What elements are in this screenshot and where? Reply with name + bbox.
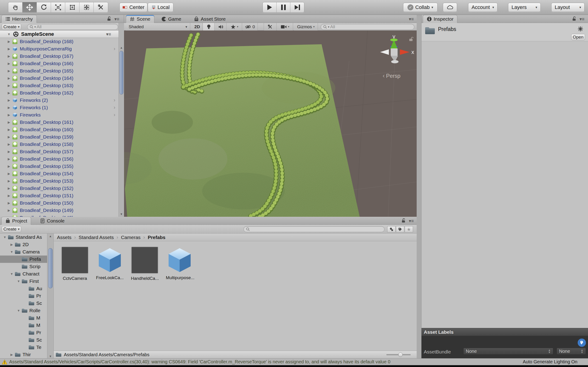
hierarchy-item[interactable]: ▶ Broadleaf_Desktop (162) › bbox=[0, 89, 119, 97]
expander-icon[interactable]: ▶ bbox=[7, 120, 11, 124]
tab-scene[interactable]: Scene bbox=[126, 15, 154, 23]
folder-row[interactable]: ▼ First bbox=[0, 277, 47, 285]
slider-thumb[interactable] bbox=[398, 352, 403, 357]
custom-tool-button[interactable] bbox=[94, 2, 108, 12]
scene-search-input[interactable]: ▾ All bbox=[321, 24, 414, 30]
hierarchy-item[interactable]: ▶ Broadleaf_Desktop (163) › bbox=[0, 82, 119, 89]
tab-hierarchy[interactable]: Hierarchy bbox=[1, 15, 37, 23]
hierarchy-item[interactable]: ▶ Broadleaf_Desktop (148) › bbox=[0, 214, 119, 217]
expander-icon[interactable]: ▶ bbox=[7, 179, 11, 183]
pane-menu-icon[interactable]: ▾≡ bbox=[409, 16, 414, 22]
tab-inspector[interactable]: Inspector bbox=[423, 15, 457, 23]
hierarchy-item[interactable]: ▶ Broadleaf_Desktop (161) › bbox=[0, 119, 119, 126]
breadcrumb-item[interactable]: Prefabs bbox=[148, 235, 165, 240]
prefab-arrow-icon[interactable]: › bbox=[114, 112, 115, 118]
expander-icon[interactable]: ▶ bbox=[7, 91, 11, 95]
lock-icon[interactable] bbox=[572, 16, 576, 23]
hierarchy-item[interactable]: ▶ Broadleaf_Desktop (166) › bbox=[0, 60, 119, 67]
folder-row[interactable]: Pr bbox=[0, 292, 47, 300]
perspective-toggle[interactable]: ‹Persp bbox=[383, 72, 400, 79]
folder-row[interactable]: Te bbox=[0, 344, 47, 351]
hierarchy-item[interactable]: ▶ Broadleaf_Desktop (159) › bbox=[0, 133, 119, 141]
expander-icon[interactable]: ▶ bbox=[7, 84, 11, 87]
expander-icon[interactable]: ▶ bbox=[7, 194, 11, 198]
search-by-type-button[interactable] bbox=[387, 226, 396, 232]
folder-row[interactable]: Pr bbox=[0, 329, 47, 336]
asset-label-tag-button[interactable] bbox=[578, 339, 586, 347]
pause-button[interactable] bbox=[277, 2, 290, 12]
folder-row[interactable]: ▼ Rolle bbox=[0, 307, 47, 314]
expander-icon[interactable]: ▶ bbox=[7, 106, 11, 109]
hierarchy-item[interactable]: ▶ Broadleaf_Desktop (168) › bbox=[0, 38, 119, 45]
favorites-button[interactable]: ★ bbox=[405, 226, 413, 232]
expander-icon[interactable]: ▼ bbox=[3, 235, 7, 239]
scene-viewport[interactable]: y x ‹Persp bbox=[124, 31, 417, 217]
prefab-arrow-icon[interactable]: › bbox=[114, 105, 115, 110]
layers-dropdown[interactable]: Layers▾ bbox=[508, 3, 541, 12]
project-search-input[interactable] bbox=[243, 226, 384, 232]
expander-icon[interactable]: ▼ bbox=[10, 250, 14, 254]
tree-scroll-thumb[interactable] bbox=[48, 248, 52, 288]
pivot-center-button[interactable]: Center bbox=[120, 3, 147, 12]
play-button[interactable] bbox=[263, 2, 277, 12]
hierarchy-scroll-thumb[interactable] bbox=[120, 51, 123, 94]
hierarchy-item[interactable]: ▶ Broadleaf_Desktop (154) › bbox=[0, 170, 119, 177]
tab-asset-store[interactable]: Asset Store bbox=[190, 15, 229, 23]
hierarchy-item[interactable]: ▶ Broadleaf_Desktop (152) › bbox=[0, 185, 119, 192]
step-button[interactable] bbox=[290, 2, 304, 12]
scroll-up-icon[interactable]: ▲ bbox=[47, 234, 53, 238]
hierarchy-item[interactable]: ▶ Broadleaf_Desktop (158) › bbox=[0, 141, 119, 148]
folder-row[interactable]: ▶ Thir bbox=[0, 351, 47, 358]
hierarchy-item[interactable]: ▶ Broadleaf_Desktop (164) › bbox=[0, 75, 119, 82]
expander-icon[interactable]: ▶ bbox=[7, 209, 11, 212]
scroll-up-icon[interactable]: ▲ bbox=[119, 46, 124, 49]
console-warning-message[interactable]: Assets/Standard Assets/Vehicles/Car/Scri… bbox=[9, 359, 390, 365]
folder-row[interactable]: ▼ Standard As bbox=[0, 234, 47, 241]
expander-icon[interactable]: ▶ bbox=[7, 128, 11, 131]
gizmos-dropdown[interactable]: Gizmos▾ bbox=[294, 23, 318, 31]
rect-tool-button[interactable] bbox=[65, 2, 79, 12]
layout-dropdown[interactable]: Layout▾ bbox=[551, 3, 585, 12]
expander-icon[interactable]: ▶ bbox=[10, 353, 14, 357]
scene-root-row[interactable]: ▼ SampleScene ▾≡ bbox=[0, 31, 124, 38]
expander-icon[interactable]: ▼ bbox=[10, 272, 14, 276]
expander-icon[interactable]: ▶ bbox=[10, 243, 14, 246]
asset-item[interactable]: CctvCamera bbox=[61, 246, 89, 281]
hierarchy-item[interactable]: ▶ Fireworks (2) › bbox=[0, 97, 119, 104]
expander-icon[interactable]: ▶ bbox=[7, 165, 11, 168]
asset-item[interactable]: Multipurpose... bbox=[166, 246, 193, 280]
folder-row[interactable]: Prefa bbox=[0, 256, 47, 263]
asset-item[interactable]: FreeLookCa... bbox=[96, 246, 124, 280]
expander-icon[interactable]: ▼ bbox=[17, 309, 21, 312]
folder-row[interactable]: M bbox=[0, 314, 47, 322]
folder-row[interactable]: ▼ Camera bbox=[0, 248, 47, 256]
breadcrumb-item[interactable]: Cameras bbox=[121, 234, 148, 240]
assetbundle-dropdown[interactable]: None▲▼ bbox=[463, 348, 553, 355]
hierarchy-item[interactable]: ▶ Broadleaf_Desktop (151) › bbox=[0, 192, 119, 199]
hierarchy-search-input[interactable]: ▾ All bbox=[27, 24, 118, 30]
collab-button[interactable]: ✓ Collab▾ bbox=[403, 3, 438, 12]
cloud-button[interactable] bbox=[443, 3, 457, 12]
status-bar[interactable]: Assets/Standard Assets/Vehicles/Car/Scri… bbox=[0, 358, 588, 365]
search-by-label-button[interactable] bbox=[396, 226, 404, 232]
folder-row[interactable]: Sc bbox=[0, 336, 47, 344]
expander-icon[interactable]: ▶ bbox=[7, 62, 11, 65]
tab-console[interactable]: Console bbox=[36, 217, 68, 225]
hierarchy-item[interactable]: ▶ Broadleaf_Desktop (155) › bbox=[0, 163, 119, 170]
expander-icon[interactable]: ▶ bbox=[7, 69, 11, 73]
expander-icon[interactable]: ▶ bbox=[7, 47, 11, 51]
expander-icon[interactable]: ▶ bbox=[7, 40, 11, 43]
folder-row[interactable]: ▶ 2D bbox=[0, 241, 47, 248]
hierarchy-item[interactable]: ▶ Broadleaf_Desktop (149) › bbox=[0, 207, 119, 214]
shading-mode-dropdown[interactable]: Shaded▾ bbox=[126, 23, 190, 31]
pane-menu-icon[interactable]: ▾≡ bbox=[114, 16, 120, 22]
rotate-tool-button[interactable] bbox=[37, 2, 51, 12]
pane-menu-icon[interactable]: ▾≡ bbox=[409, 218, 414, 224]
hierarchy-item[interactable]: ▶ Broadleaf_Desktop (160) › bbox=[0, 126, 119, 133]
lock-icon[interactable] bbox=[107, 16, 111, 23]
scene-menu-icon[interactable]: ▾≡ bbox=[106, 31, 111, 37]
camera-preview-button[interactable]: ▾ bbox=[277, 23, 293, 31]
hand-tool-button[interactable] bbox=[8, 2, 23, 12]
prefab-arrow-icon[interactable]: › bbox=[114, 46, 115, 52]
assetbundle-variant-dropdown[interactable]: None▲▼ bbox=[556, 348, 586, 355]
